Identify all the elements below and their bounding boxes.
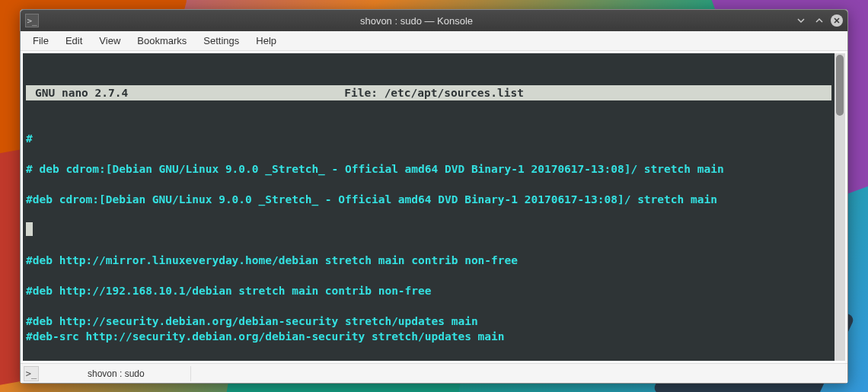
text-cursor [26,222,33,236]
editor-line [26,146,831,161]
close-icon [833,17,841,24]
nano-header: GNU nano 2.7.4 File: /etc/apt/sources.li… [26,85,831,100]
nano-file: File: /etc/apt/sources.list [128,85,831,100]
nano-editor-body[interactable]: # # deb cdrom:[Debian GNU/Linux 9.0.0 _S… [26,131,831,359]
new-tab-button[interactable]: >_ [24,366,39,381]
editor-line: #deb http://192.168.10.1/debian stretch … [26,283,831,298]
menu-file[interactable]: File [25,33,56,49]
chevron-up-icon [815,16,824,25]
menu-settings[interactable]: Settings [196,33,247,49]
minimize-button[interactable] [794,14,808,27]
editor-line: #deb http://mirror.linuxeveryday.home/de… [26,253,831,268]
terminal-container: GNU nano 2.7.4 File: /etc/apt/sources.li… [23,53,845,361]
close-button[interactable] [831,14,843,27]
tab-active[interactable]: shovon : sudo [42,366,191,381]
editor-line [26,237,831,253]
editor-line [26,207,831,222]
window-titlebar[interactable]: >_ shovon : sudo — Konsole [21,10,847,31]
konsole-window: >_ shovon : sudo — Konsole File Edit Vie… [20,9,848,384]
chevron-down-icon [796,16,806,25]
menubar: File Edit View Bookmarks Settings Help [21,31,847,51]
scrollbar-thumb[interactable] [836,55,844,116]
editor-line: # [26,131,831,146]
menu-view[interactable]: View [91,33,128,49]
window-controls [794,14,843,27]
tab-bar: >_ shovon : sudo [21,363,847,383]
editor-line: #deb http://security.debian.org/debian-s… [26,314,831,329]
editor-line: #deb cdrom:[Debian GNU/Linux 9.0.0 _Stre… [26,192,831,207]
menu-edit[interactable]: Edit [58,33,90,49]
editor-line [26,298,831,314]
editor-line [26,177,831,192]
nano-version: GNU nano 2.7.4 [26,85,128,100]
editor-line: # deb cdrom:[Debian GNU/Linux 9.0.0 _Str… [26,161,831,177]
window-title: shovon : sudo — Konsole [39,15,794,27]
editor-line [26,222,831,237]
terminal[interactable]: GNU nano 2.7.4 File: /etc/apt/sources.li… [23,53,834,361]
editor-line: #deb-src http://security.debian.org/debi… [26,329,831,344]
menu-help[interactable]: Help [248,33,284,49]
maximize-button[interactable] [812,14,826,27]
menu-bookmarks[interactable]: Bookmarks [129,33,194,49]
terminal-scrollbar[interactable] [834,53,845,361]
app-icon: >_ [25,14,39,27]
editor-line [26,268,831,283]
